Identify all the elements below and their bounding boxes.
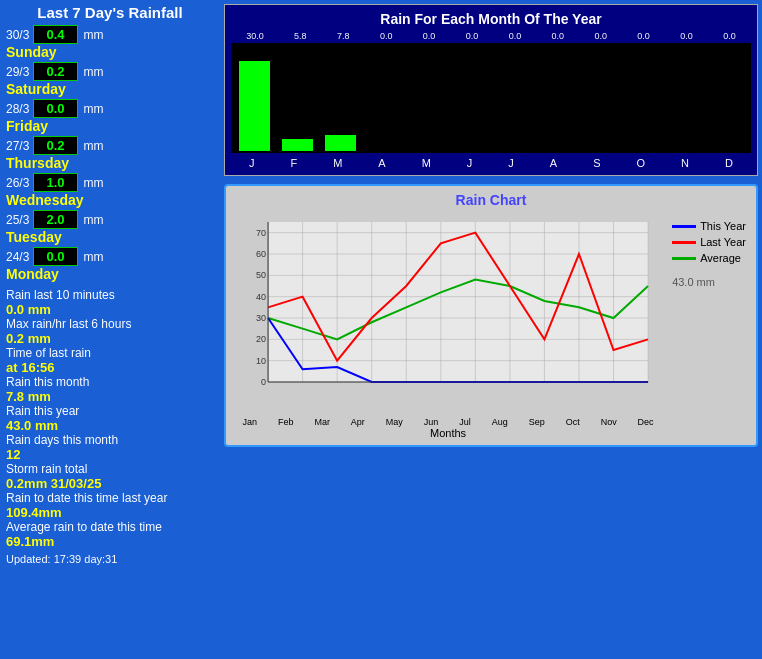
month-bar-col: [276, 45, 319, 151]
rain-month-label: Apr: [351, 417, 365, 427]
stat-label: Time of last rain: [6, 346, 214, 360]
stat-label: Rain this month: [6, 375, 214, 389]
stat-label: Storm rain total: [6, 462, 214, 476]
day-date: 28/3: [6, 102, 29, 116]
day-name: Monday: [6, 266, 59, 282]
days-container: 30/3 0.4 mm Sunday 29/3 0.2 mm Saturday …: [6, 25, 214, 282]
day-name: Thursday: [6, 155, 69, 171]
months-axis-label: Months: [232, 427, 664, 439]
day-entry: 28/3 0.0 mm Friday: [6, 99, 214, 134]
legend-label: Average: [700, 252, 741, 264]
stat-label: Rain last 10 minutes: [6, 288, 214, 302]
left-panel: Last 7 Day's Rainfall 30/3 0.4 mm Sunday…: [0, 0, 220, 659]
rain-unit: mm: [84, 250, 104, 264]
stat-value: 109.4mm: [6, 505, 214, 520]
month-bar-col: [319, 45, 362, 151]
panel-title: Last 7 Day's Rainfall: [6, 4, 214, 21]
stat-value: 69.1mm: [6, 534, 214, 549]
day-name: Friday: [6, 118, 48, 134]
month-bar-col: [491, 45, 534, 151]
rain-unit: mm: [84, 102, 104, 116]
monthly-label: F: [290, 157, 297, 169]
stat-value: at 16:56: [6, 360, 214, 375]
svg-text:40: 40: [256, 292, 266, 302]
svg-text:60: 60: [256, 249, 266, 259]
day-entry: 30/3 0.4 mm Sunday: [6, 25, 214, 60]
day-name: Sunday: [6, 44, 57, 60]
monthly-label: O: [636, 157, 645, 169]
monthly-label: M: [333, 157, 342, 169]
day-name: Wednesday: [6, 192, 84, 208]
day-entry: 24/3 0.0 mm Monday: [6, 247, 214, 282]
monthly-value: 30.0: [246, 31, 264, 41]
monthly-value: 5.8: [294, 31, 307, 41]
stat-value: 0.2mm 31/03/25: [6, 476, 214, 491]
rain-month-label: Nov: [601, 417, 617, 427]
rain-value-box: 2.0: [33, 210, 78, 229]
day-entry: 25/3 2.0 mm Tuesday: [6, 210, 214, 245]
right-panel: Rain For Each Month Of The Year 30.05.87…: [220, 0, 762, 659]
rain-chart-title: Rain Chart: [232, 192, 750, 208]
monthly-label: A: [378, 157, 385, 169]
monthly-label: D: [725, 157, 733, 169]
monthly-label: J: [467, 157, 473, 169]
rain-month-label: Aug: [492, 417, 508, 427]
svg-text:70: 70: [256, 228, 266, 238]
legend-item: Last Year: [672, 236, 746, 248]
stat-label: Max rain/hr last 6 hours: [6, 317, 214, 331]
monthly-value: 0.0: [423, 31, 436, 41]
rain-unit: mm: [84, 139, 104, 153]
monthly-label: J: [249, 157, 255, 169]
stat-value: 0.2 mm: [6, 331, 214, 346]
rain-value-box: 0.0: [33, 247, 78, 266]
monthly-chart: Rain For Each Month Of The Year 30.05.87…: [224, 4, 758, 176]
rain-chart-svg-area: 010203040506070 JanFebMarAprMayJunJulAug…: [232, 212, 664, 439]
rain-month-label: Oct: [566, 417, 580, 427]
stat-value: 43.0 mm: [6, 418, 214, 433]
svg-text:20: 20: [256, 334, 266, 344]
monthly-value: 7.8: [337, 31, 350, 41]
monthly-chart-title: Rain For Each Month Of The Year: [231, 11, 751, 27]
monthly-value: 0.0: [680, 31, 693, 41]
month-bar-col: [405, 45, 448, 151]
legend-line: [672, 225, 696, 228]
rain-month-label: Sep: [529, 417, 545, 427]
stat-value: 12: [6, 447, 214, 462]
rain-unit: mm: [84, 213, 104, 227]
legend-line: [672, 257, 696, 260]
monthly-labels-row: JFMAMJJASOND: [231, 157, 751, 169]
rain-month-label: May: [386, 417, 403, 427]
rain-value-box: 0.0: [33, 99, 78, 118]
svg-text:30: 30: [256, 313, 266, 323]
rain-month-label: Jun: [424, 417, 439, 427]
rain-unit: mm: [84, 176, 104, 190]
svg-text:10: 10: [256, 356, 266, 366]
svg-rect-0: [268, 222, 648, 382]
rain-month-label: Jan: [242, 417, 257, 427]
day-name: Saturday: [6, 81, 66, 97]
month-bar-col: [233, 45, 276, 151]
monthly-value: 0.0: [637, 31, 650, 41]
rain-month-label: Dec: [638, 417, 654, 427]
rain-chart-svg: 010203040506070: [232, 212, 664, 412]
monthly-label: S: [593, 157, 600, 169]
monthly-value: 0.0: [723, 31, 736, 41]
stat-label: Rain to date this time last year: [6, 491, 214, 505]
rain-value-box: 0.2: [33, 62, 78, 81]
month-bar: [239, 61, 269, 151]
day-entry: 26/3 1.0 mm Wednesday: [6, 173, 214, 208]
main-container: Last 7 Day's Rainfall 30/3 0.4 mm Sunday…: [0, 0, 762, 659]
day-name: Tuesday: [6, 229, 62, 245]
legend-label: This Year: [700, 220, 746, 232]
month-bar-col: [663, 45, 706, 151]
legend-item: This Year: [672, 220, 746, 232]
month-bar-col: [706, 45, 749, 151]
monthly-label: M: [422, 157, 431, 169]
rain-unit: mm: [84, 65, 104, 79]
rain-month-label: Mar: [314, 417, 330, 427]
annotation-value: 43.0 mm: [672, 276, 746, 288]
rain-chart-months: JanFebMarAprMayJunJulAugSepOctNovDec: [232, 417, 664, 427]
month-bar-col: [577, 45, 620, 151]
rain-unit: mm: [84, 28, 104, 42]
month-bar-col: [448, 45, 491, 151]
